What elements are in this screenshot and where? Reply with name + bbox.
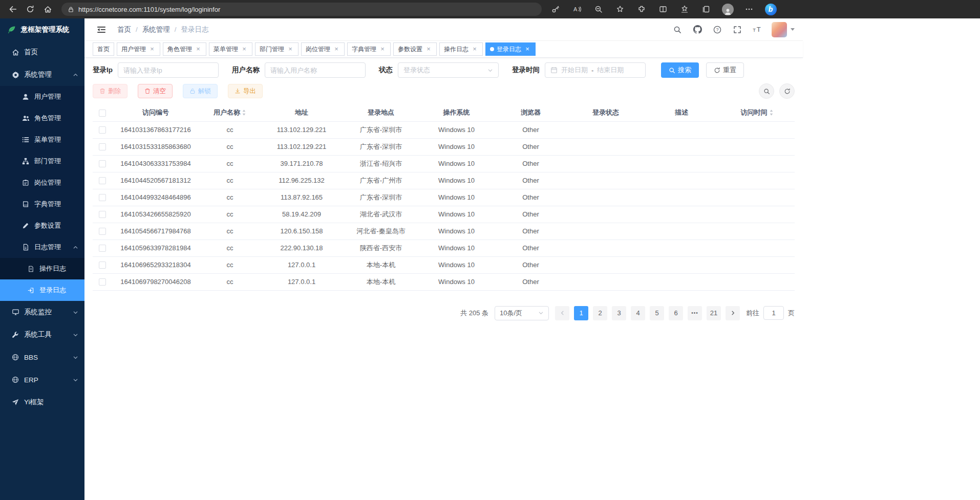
row-checkbox[interactable]: [99, 194, 106, 201]
sidebar-item-home[interactable]: 首页: [0, 41, 84, 63]
next-page-button[interactable]: [726, 306, 740, 320]
fullscreen-button[interactable]: [732, 24, 743, 35]
breadcrumb-home[interactable]: 首页: [117, 25, 131, 34]
browser-profile-avatar[interactable]: [720, 2, 735, 16]
view-tab[interactable]: 角色管理×: [163, 42, 206, 56]
browser-address-bar[interactable]: https://ccnetcore.com:1101/system/log/lo…: [61, 3, 542, 16]
clear-button[interactable]: 清空: [138, 84, 173, 98]
view-tab[interactable]: 菜单管理×: [209, 42, 252, 56]
page-button-21[interactable]: 21: [707, 306, 721, 320]
header-search-button[interactable]: [672, 24, 683, 35]
view-tab[interactable]: 首页: [93, 42, 114, 56]
sidebar-toggle-button[interactable]: [93, 21, 110, 38]
more-pages-button[interactable]: •••: [688, 306, 702, 320]
sidebar-item-login-log[interactable]: 登录日志: [0, 279, 84, 301]
extensions-icon[interactable]: [634, 2, 649, 16]
delete-button[interactable]: 删除: [93, 84, 127, 98]
page-size-select[interactable]: 10条/页: [495, 306, 549, 320]
tab-close-icon[interactable]: ×: [333, 46, 340, 53]
help-button[interactable]: ?: [712, 24, 723, 35]
favorites-add-icon[interactable]: [612, 2, 628, 16]
tab-close-icon[interactable]: ×: [287, 46, 294, 53]
sidebar-item-bbs[interactable]: BBS: [0, 346, 84, 368]
sidebar-item-erp[interactable]: ERP: [0, 368, 84, 391]
browser-refresh-button[interactable]: [22, 2, 39, 16]
row-checkbox[interactable]: [99, 160, 106, 167]
app-logo[interactable]: 意框架管理系统: [0, 18, 84, 41]
row-checkbox[interactable]: [99, 262, 106, 269]
toggle-search-button[interactable]: [759, 83, 774, 99]
col-location[interactable]: 登录地点: [343, 104, 419, 121]
page-button-1[interactable]: 1: [574, 306, 588, 320]
zoom-out-icon[interactable]: [591, 2, 606, 16]
page-button-6[interactable]: 6: [669, 306, 683, 320]
tab-close-icon[interactable]: ×: [524, 46, 531, 53]
tab-close-icon[interactable]: ×: [241, 46, 248, 53]
page-button-4[interactable]: 4: [631, 306, 645, 320]
sidebar-item-system-management[interactable]: 系统管理: [0, 63, 84, 86]
search-button[interactable]: 搜索: [661, 62, 699, 78]
collections-icon[interactable]: [698, 2, 714, 16]
date-range-picker[interactable]: 开始日期 - 结束日期: [545, 62, 646, 78]
row-checkbox[interactable]: [99, 143, 106, 150]
avatar-caret-icon[interactable]: [791, 28, 795, 31]
row-checkbox[interactable]: [99, 245, 106, 252]
row-checkbox[interactable]: [99, 177, 106, 184]
tab-close-icon[interactable]: ×: [471, 46, 478, 53]
site-lock-icon[interactable]: [68, 6, 74, 13]
breadcrumb-system-management[interactable]: 系统管理: [142, 25, 170, 34]
sidebar-item-dictionary-management[interactable]: 字典管理: [0, 193, 84, 215]
sidebar-item-system-tools[interactable]: 系统工具: [0, 323, 84, 346]
split-screen-icon[interactable]: [655, 2, 671, 16]
sidebar-item-user-management[interactable]: 用户管理: [0, 86, 84, 107]
view-tab[interactable]: 岗位管理×: [301, 42, 345, 56]
read-aloud-icon[interactable]: A: [569, 2, 585, 16]
col-visit-id[interactable]: 访问编号: [112, 104, 199, 121]
sidebar-item-system-monitor[interactable]: 系统监控: [0, 301, 84, 323]
refresh-table-button[interactable]: [779, 83, 795, 99]
sidebar-item-department-management[interactable]: 部门管理: [0, 150, 84, 172]
row-checkbox[interactable]: [99, 211, 106, 218]
login-ip-input[interactable]: [118, 62, 219, 78]
col-address[interactable]: 地址: [261, 104, 343, 121]
browser-home-button[interactable]: [39, 2, 56, 16]
sidebar-item-log-management[interactable]: 日志管理: [0, 236, 84, 258]
tab-close-icon[interactable]: ×: [148, 46, 156, 53]
sidebar-item-yi-framework[interactable]: Yi框架: [0, 391, 84, 414]
col-os[interactable]: 操作系统: [419, 104, 494, 121]
view-tab[interactable]: 操作日志×: [439, 42, 483, 56]
view-tab[interactable]: 字典管理×: [347, 42, 391, 56]
sort-icon[interactable]: [769, 109, 774, 116]
font-size-button[interactable]: TT: [752, 24, 763, 35]
row-checkbox[interactable]: [99, 228, 106, 235]
sidebar-item-role-management[interactable]: 角色管理: [0, 107, 84, 129]
user-avatar[interactable]: [772, 22, 787, 37]
password-key-icon[interactable]: [548, 2, 563, 16]
export-button[interactable]: 导出: [228, 84, 263, 98]
bing-copilot-icon[interactable]: b: [763, 2, 778, 16]
page-button-3[interactable]: 3: [612, 306, 626, 320]
goto-input[interactable]: [763, 306, 784, 320]
col-browser[interactable]: 浏览器: [494, 104, 568, 121]
view-tab[interactable]: 用户管理×: [117, 42, 160, 56]
row-checkbox[interactable]: [99, 278, 106, 286]
sidebar-item-parameter-settings[interactable]: 参数设置: [0, 215, 84, 236]
sort-icon[interactable]: [242, 109, 246, 116]
col-status[interactable]: 登录状态: [568, 104, 644, 121]
reset-button[interactable]: 重置: [706, 62, 744, 78]
col-description[interactable]: 描述: [644, 104, 719, 121]
tab-close-icon[interactable]: ×: [379, 46, 386, 53]
view-tab[interactable]: 部门管理×: [255, 42, 299, 56]
browser-more-icon[interactable]: [741, 2, 757, 16]
unlock-button[interactable]: 解锁: [183, 84, 218, 98]
tab-close-icon[interactable]: ×: [195, 46, 202, 53]
sidebar-item-menu-management[interactable]: 菜单管理: [0, 129, 84, 150]
select-all-header[interactable]: [93, 104, 112, 121]
github-button[interactable]: [692, 24, 703, 35]
browser-back-button[interactable]: [4, 2, 22, 16]
username-input[interactable]: [265, 62, 366, 78]
sidebar-item-post-management[interactable]: 岗位管理: [0, 172, 84, 193]
row-checkbox[interactable]: [99, 126, 106, 134]
sidebar-item-operation-log[interactable]: 操作日志: [0, 258, 84, 279]
view-tab[interactable]: 参数设置×: [393, 42, 437, 56]
